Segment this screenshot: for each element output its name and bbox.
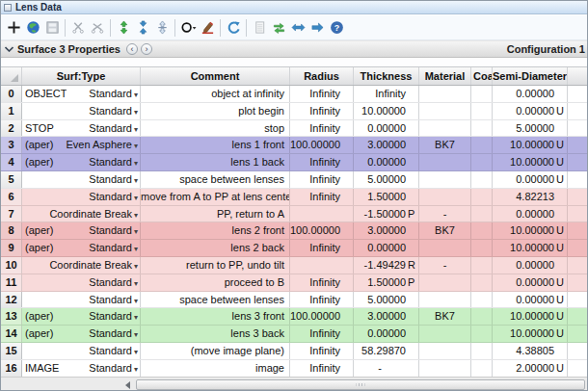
coat-cell[interactable] <box>471 154 493 170</box>
scrollbar-left-arrow-icon[interactable] <box>125 381 130 389</box>
thickness-cell[interactable]: -1.49429R <box>354 257 419 274</box>
radius-solve-flag[interactable] <box>340 274 353 291</box>
coat-cell[interactable] <box>471 189 493 205</box>
semidiameter-solve-flag[interactable]: U <box>554 274 567 291</box>
surface-type-dropdown[interactable]: Standard▾ <box>67 154 140 170</box>
coat-cell[interactable] <box>471 343 493 359</box>
radius-cell[interactable]: Infinity <box>290 240 354 256</box>
semidiameter-solve-flag[interactable] <box>554 343 567 359</box>
radius-solve-flag[interactable] <box>340 171 353 188</box>
radius-cell[interactable]: Infinity <box>290 274 354 291</box>
coat-cell[interactable] <box>471 257 493 274</box>
surface-type-dropdown[interactable]: Standard▾ <box>67 326 140 342</box>
material-cell[interactable] <box>419 189 471 205</box>
material-cell[interactable] <box>419 86 471 102</box>
semi-diameter-cell[interactable]: 10.00000U <box>493 154 568 170</box>
window-titlebar[interactable]: Lens Data <box>1 1 588 14</box>
insert-surface-icon[interactable] <box>5 18 22 38</box>
semi-diameter-cell[interactable]: 0.00000U <box>493 274 568 291</box>
semidiameter-solve-flag[interactable] <box>554 257 567 274</box>
material-cell[interactable]: BK7 <box>419 137 471 153</box>
comment-cell[interactable]: lens 2 back <box>141 240 290 256</box>
radius-cell[interactable]: Infinity <box>290 189 354 205</box>
thickness-solve-flag[interactable] <box>406 120 418 137</box>
radius-solve-flag[interactable] <box>340 206 353 222</box>
chevron-down-icon[interactable] <box>5 46 13 52</box>
row-number-cell[interactable]: 10 <box>1 257 22 274</box>
comment-cell[interactable]: lens 3 front <box>141 308 290 325</box>
radius-solve-flag[interactable] <box>340 103 353 119</box>
row-number-cell[interactable]: 7 <box>1 206 22 222</box>
radius-cell[interactable]: 100.00000 <box>290 137 354 153</box>
material-cell[interactable] <box>419 343 471 359</box>
radius-solve-flag[interactable] <box>340 189 353 205</box>
comment-cell[interactable]: PP, return to A <box>141 206 290 222</box>
surface-type-dropdown[interactable]: Standard▾ <box>67 103 140 119</box>
thickness-cell[interactable]: 3.00000 <box>354 308 419 325</box>
comment-cell[interactable]: lens 2 front <box>141 222 290 239</box>
radius-solve-flag[interactable] <box>340 343 353 359</box>
row-number-cell[interactable]: 3 <box>1 137 22 153</box>
radius-solve-flag[interactable] <box>340 154 353 170</box>
coat-cell[interactable] <box>471 240 493 256</box>
row-number-cell[interactable]: 6 <box>1 189 22 205</box>
thickness-solve-flag[interactable]: R <box>406 257 418 274</box>
row-number-cell[interactable]: 11 <box>1 274 22 291</box>
comment-cell[interactable]: return to PP, undo tilt <box>141 257 290 274</box>
column-header-surftype[interactable]: Surf:Type <box>22 67 141 85</box>
coat-cell[interactable] <box>471 326 493 342</box>
cut-disabled-icon-1[interactable] <box>69 18 87 38</box>
row-number-cell[interactable]: 2 <box>1 120 22 137</box>
semi-diameter-cell[interactable]: 0.00000U <box>493 103 568 119</box>
surface-type-dropdown[interactable]: Standard▾ <box>67 274 140 291</box>
column-header-radius[interactable]: Radius <box>290 67 354 85</box>
thickness-solve-flag[interactable] <box>406 343 418 359</box>
thickness-cell[interactable]: 0.00000 <box>354 154 419 170</box>
surface-type-dropdown[interactable]: Standard▾ <box>67 360 140 377</box>
radius-cell[interactable]: Infinity <box>290 86 354 102</box>
semidiameter-solve-flag[interactable] <box>554 189 567 205</box>
material-cell[interactable] <box>419 120 471 137</box>
semidiameter-solve-flag[interactable]: U <box>554 292 567 308</box>
semi-diameter-cell[interactable]: 10.00000U <box>493 308 568 325</box>
row-number-cell[interactable]: 4 <box>1 154 22 170</box>
thickness-solve-flag[interactable] <box>406 240 418 256</box>
semi-diameter-cell[interactable]: 4.38805 <box>493 343 568 359</box>
comment-cell[interactable]: stop <box>141 120 290 137</box>
swap-horizontal-icon[interactable] <box>289 18 307 38</box>
radius-solve-flag[interactable] <box>340 137 353 153</box>
thickness-solve-flag[interactable] <box>406 360 418 377</box>
next-surface-button[interactable]: › <box>141 43 152 55</box>
semi-diameter-cell[interactable]: 2.00000U <box>493 360 568 377</box>
semi-diameter-cell[interactable]: 5.00000 <box>493 120 568 137</box>
radius-solve-flag[interactable] <box>340 257 353 274</box>
comment-cell[interactable]: space between lenses <box>141 171 290 188</box>
material-cell[interactable]: - <box>419 257 471 274</box>
thickness-cell[interactable]: 10.00000 <box>354 103 419 119</box>
radius-cell[interactable]: Infinity <box>290 360 354 377</box>
comment-cell[interactable]: move from A to PP at lens center <box>141 189 290 205</box>
comment-cell[interactable]: image <box>141 360 290 377</box>
thickness-solve-flag[interactable] <box>406 222 418 239</box>
radius-cell[interactable]: Infinity <box>290 120 354 137</box>
surface-type-dropdown[interactable]: Standard▾ <box>67 86 140 102</box>
material-cell[interactable]: - <box>419 206 471 222</box>
thickness-solve-flag[interactable] <box>406 308 418 325</box>
thickness-cell[interactable]: -1.50000P <box>354 206 419 222</box>
row-number-cell[interactable]: 0 <box>1 86 22 102</box>
coat-cell[interactable] <box>471 137 493 153</box>
semidiameter-solve-flag[interactable]: U <box>554 222 567 239</box>
row-number-cell[interactable]: 5 <box>1 171 22 188</box>
semidiameter-solve-flag[interactable]: U <box>554 308 567 325</box>
semi-diameter-cell[interactable]: 10.00000U <box>493 222 568 239</box>
thickness-cell[interactable]: Infinity <box>354 86 419 102</box>
scrollbar-thumb[interactable] <box>136 379 585 390</box>
coat-cell[interactable] <box>471 86 493 102</box>
insert-row-icon[interactable] <box>153 18 171 38</box>
comment-cell[interactable]: lens 1 front <box>141 137 290 153</box>
radius-solve-flag[interactable] <box>340 222 353 239</box>
draw-edit-icon[interactable] <box>199 18 216 38</box>
radius-cell[interactable]: Infinity <box>290 171 354 188</box>
thickness-solve-flag[interactable] <box>406 103 418 119</box>
surface-type-dropdown[interactable]: Standard▾ <box>67 240 140 256</box>
